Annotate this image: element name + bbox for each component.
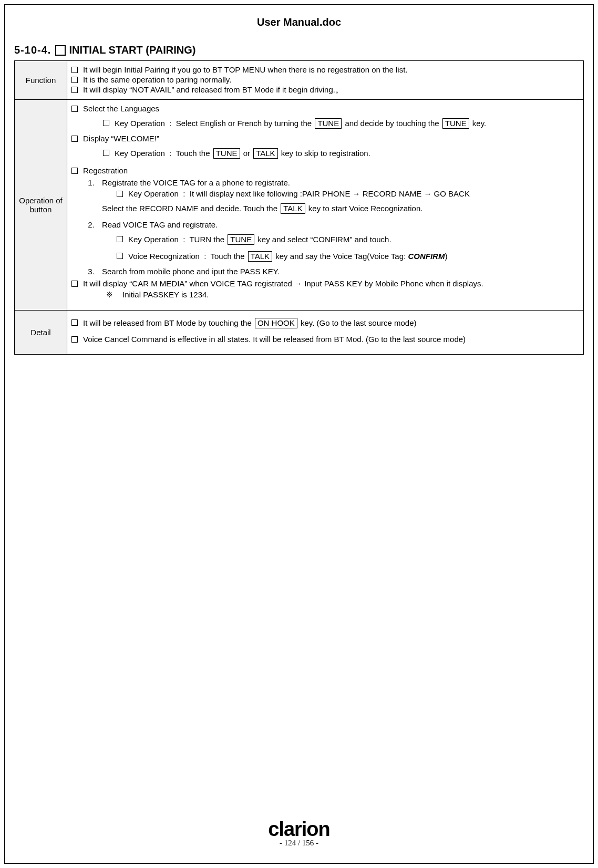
op-regestration: Regestration <box>83 166 128 175</box>
checkbox-icon <box>71 67 78 73</box>
talk-key: TALK <box>281 203 305 214</box>
table-row: Detail It will be released from BT Mode … <box>15 311 584 355</box>
checkbox-icon <box>71 168 78 174</box>
content-area: 5-10-4. INITIAL START (PAIRING) Function… <box>5 44 593 355</box>
checkbox-icon <box>71 106 78 112</box>
registration-steps: Registrate the VOICE TAG for a a phone t… <box>97 178 579 276</box>
reg1-key-op: Key Operation : It will display next lik… <box>128 189 470 198</box>
talk-key: TALK <box>253 148 277 159</box>
reg-step-3: Search from mobile phone and iput the PA… <box>97 267 579 276</box>
list-item: Key Operation : TURN the TUNE key and se… <box>117 234 579 245</box>
function-text-3: It will display “NOT AVAIL” and released… <box>83 85 343 95</box>
table-row: Operation of button Select the Languages… <box>15 100 584 311</box>
on-hook-key: ON HOOK <box>255 318 297 328</box>
section-number: 5-10-4. <box>14 44 51 56</box>
page-title: User Manual.doc <box>5 5 593 44</box>
row-label-detail: Detail <box>15 311 67 355</box>
list-item: Key Operation : It will display next lik… <box>117 189 579 198</box>
checkbox-icon <box>117 253 123 259</box>
reg2-key-op: Key Operation : TURN the TUNE key and se… <box>128 234 391 245</box>
section-title: INITIAL START (PAIRING) <box>69 44 195 56</box>
list-item: It will display “CAR M MEDIA” when VOICE… <box>71 279 579 288</box>
operation-cell: Select the Languages Key Operation : Sel… <box>67 100 584 311</box>
row-label-operation: Operation of button <box>15 100 67 311</box>
spec-table: Function It will begin Initial Pairing i… <box>14 60 584 355</box>
list-item: Select the Languages <box>71 104 579 113</box>
list-item: It will begin Initial Pairing if you go … <box>71 65 579 74</box>
checkbox-icon <box>117 191 123 197</box>
checkbox-icon <box>71 336 78 343</box>
list-item: It will be released from BT Mode by touc… <box>71 318 579 328</box>
list-item: Voice Cancel Command is effective in all… <box>71 335 579 344</box>
checkbox-icon <box>71 87 78 93</box>
checkbox-icon <box>71 319 78 326</box>
op-car-m-media: It will display “CAR M MEDIA” when VOICE… <box>83 279 483 288</box>
tune-key: TUNE <box>315 118 342 129</box>
checkbox-icon <box>71 77 78 83</box>
page-number: - 124 / 156 - <box>5 839 593 848</box>
table-row: Function It will begin Initial Pairing i… <box>15 61 584 100</box>
page-border: User Manual.doc 5-10-4. INITIAL START (P… <box>4 4 594 864</box>
list-item: Display “WELCOME!” <box>71 134 579 143</box>
tune-key: TUNE <box>213 148 240 159</box>
reg-step-2: Read VOICE TAG and registrate. Key Opera… <box>97 220 579 262</box>
detail-text-2: Voice Cancel Command is effective in all… <box>83 335 466 344</box>
function-text-1: It will begin Initial Pairing if you go … <box>83 65 408 74</box>
checkbox-icon <box>117 236 123 242</box>
checkbox-icon <box>71 136 78 142</box>
detail-text-1: It will be released from BT Mode by touc… <box>83 318 417 328</box>
list-item: Key Operation : Select English or French… <box>103 118 579 129</box>
reg1-select: Select the RECORD NAME and decide. Touch… <box>102 203 579 214</box>
op-select-lang-key: Key Operation : Select English or French… <box>115 118 486 129</box>
detail-cell: It will be released from BT Mode by touc… <box>67 311 584 355</box>
op-display-welcome: Display “WELCOME!” <box>83 134 159 143</box>
tune-key: TUNE <box>442 118 469 129</box>
op-select-languages: Select the Languages <box>83 104 159 113</box>
list-item: Key Operation : Touch the TUNE or TALK k… <box>103 148 579 159</box>
brand-logo: clarion <box>5 818 593 841</box>
list-item: It will display “NOT AVAIL” and released… <box>71 85 579 95</box>
reg-step-1: Registrate the VOICE TAG for a a phone t… <box>97 178 579 214</box>
row-label-function: Function <box>15 61 67 100</box>
checkbox-icon <box>103 150 109 156</box>
reg2-voice-rec: Voice Recognization : Touch the TALK key… <box>128 251 447 262</box>
checkbox-icon <box>71 281 78 287</box>
list-item: Voice Recognization : Touch the TALK key… <box>117 251 579 262</box>
section-heading: 5-10-4. INITIAL START (PAIRING) <box>14 44 584 56</box>
talk-key: TALK <box>248 251 272 262</box>
list-item: It is the same operation to paring norma… <box>71 75 579 84</box>
op-welcome-key: Key Operation : Touch the TUNE or TALK k… <box>115 148 370 159</box>
function-text-2: It is the same operation to paring norma… <box>83 75 231 84</box>
tune-key: TUNE <box>228 234 254 245</box>
page-footer: clarion - 124 / 156 - <box>5 818 593 848</box>
function-cell: It will begin Initial Pairing if you go … <box>67 61 584 100</box>
checkbox-icon <box>55 45 66 56</box>
note-passkey: ※Initial PASSKEY is 1234. <box>106 290 579 299</box>
checkbox-icon <box>103 120 109 126</box>
list-item: Regestration <box>71 166 579 175</box>
